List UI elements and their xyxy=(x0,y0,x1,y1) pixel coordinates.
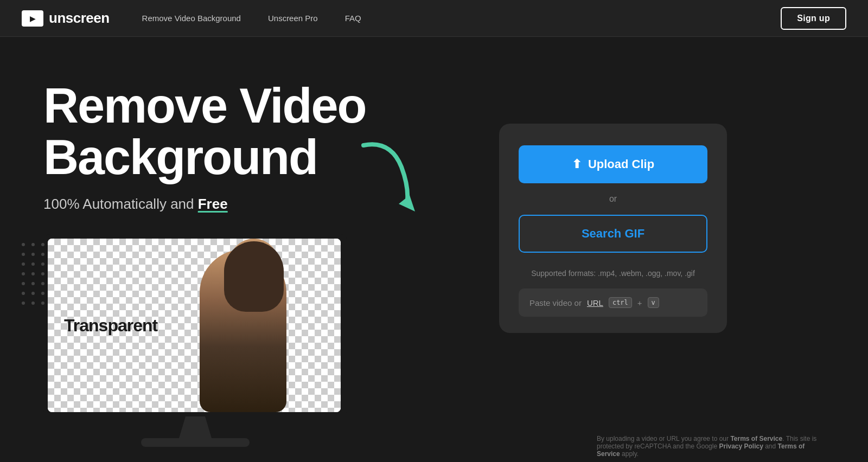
dot xyxy=(22,292,25,295)
upload-clip-button[interactable]: ⬆ Upload Clip xyxy=(519,145,707,183)
monitor-stand xyxy=(179,416,212,438)
dot xyxy=(41,262,44,266)
monitor-screen: Transparent xyxy=(48,239,341,412)
dot xyxy=(22,243,25,246)
dot xyxy=(22,272,25,275)
hero-free-text: Free xyxy=(198,196,228,212)
dot xyxy=(31,292,35,295)
hero-title-line2: Background xyxy=(43,130,317,184)
nav-item-remove-bg[interactable]: Remove Video Background xyxy=(142,14,241,23)
monitor-container: Transparent xyxy=(43,234,347,447)
url-link[interactable]: URL xyxy=(587,298,603,307)
paste-section: Paste video or URL ctrl + v xyxy=(519,288,707,317)
transparent-label: Transparent xyxy=(64,316,157,336)
footer-note: By uploading a video or URL you agree to… xyxy=(597,435,825,458)
supported-formats: Supported formats: .mp4, .webm, .ogg, .m… xyxy=(519,269,707,278)
dot xyxy=(31,262,35,266)
plus-symbol: + xyxy=(637,298,642,307)
logo-icon xyxy=(22,10,43,27)
upload-btn-label: Upload Clip xyxy=(588,157,654,171)
person-shape xyxy=(189,244,297,412)
footer-text4: apply. xyxy=(620,450,639,458)
footer-text1: By uploading a video or URL you agree to… xyxy=(597,435,730,442)
dot xyxy=(22,262,25,266)
footer-text3: and xyxy=(763,442,778,450)
nav-item-faq[interactable]: FAQ xyxy=(345,14,361,23)
nav-item-pro[interactable]: Unscreen Pro xyxy=(268,14,318,23)
or-divider: or xyxy=(519,194,707,204)
arrow-container xyxy=(347,134,434,223)
hero-title-line1: Remove Video xyxy=(43,79,366,133)
dot xyxy=(31,272,35,275)
dot xyxy=(41,272,44,275)
dot xyxy=(22,253,25,256)
dot xyxy=(41,282,44,285)
dots-decoration xyxy=(22,243,44,305)
upload-icon: ⬆ xyxy=(572,157,582,171)
navbar: unscreen Remove Video Background Unscree… xyxy=(0,0,868,37)
dot xyxy=(31,253,35,256)
person-hair xyxy=(224,241,284,312)
footer-tos-link[interactable]: Terms of Service xyxy=(730,435,782,442)
search-gif-button[interactable]: Search GIF xyxy=(519,215,707,253)
svg-marker-0 xyxy=(399,195,415,211)
monitor: Transparent xyxy=(43,234,347,416)
dot xyxy=(22,301,25,305)
ctrl-key-badge: ctrl xyxy=(609,297,632,308)
monitor-base xyxy=(141,438,250,447)
right-section: ⬆ Upload Clip or Search GIF Supported fo… xyxy=(499,124,727,333)
nav-links: Remove Video Background Unscreen Pro FAQ xyxy=(142,14,781,23)
dot xyxy=(41,292,44,295)
dot xyxy=(41,253,44,256)
main-content: Remove Video Background 100% Automatical… xyxy=(0,37,868,462)
logo[interactable]: unscreen xyxy=(22,10,110,27)
dot xyxy=(31,282,35,285)
dot xyxy=(31,243,35,246)
v-key-badge: v xyxy=(648,297,659,308)
dot xyxy=(41,243,44,246)
dot xyxy=(41,301,44,305)
footer-privacy-link[interactable]: Privacy Policy xyxy=(719,442,763,450)
dot xyxy=(31,301,35,305)
hero-subtitle-plain: 100% Automatically and xyxy=(43,196,198,212)
signup-button[interactable]: Sign up xyxy=(781,7,846,30)
logo-text: unscreen xyxy=(49,10,110,27)
dot xyxy=(22,282,25,285)
upload-card: ⬆ Upload Clip or Search GIF Supported fo… xyxy=(499,124,727,333)
nav-right: Sign up xyxy=(781,7,846,30)
paste-label: Paste video or xyxy=(529,298,582,307)
arrow-icon xyxy=(347,134,434,221)
